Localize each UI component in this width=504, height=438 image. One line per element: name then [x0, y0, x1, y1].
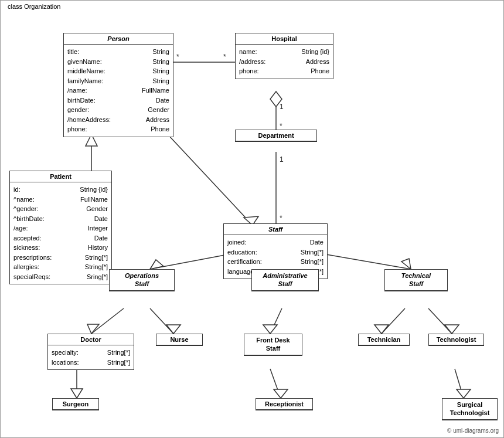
- patient-body: id:String {id} ^name:FullName ^gender:Ge…: [10, 182, 111, 284]
- surgeon-header: Surgeon: [53, 399, 98, 410]
- svg-marker-36: [274, 389, 288, 398]
- svg-line-12: [168, 134, 253, 225]
- department-header: Department: [236, 130, 316, 141]
- surgical-technologist-header: SurgicalTechnologist: [442, 399, 497, 420]
- svg-line-31: [428, 308, 452, 334]
- technologist-class: Technologist: [428, 334, 484, 346]
- svg-text:*: *: [280, 122, 282, 130]
- operations-staff-header: OperationsStaff: [110, 270, 174, 291]
- svg-marker-32: [445, 325, 459, 334]
- surgeon-class: Surgeon: [52, 398, 99, 410]
- svg-text:*: *: [280, 214, 282, 222]
- person-body: title:String givenName:String middleName…: [64, 45, 173, 137]
- technician-header: Technician: [359, 334, 409, 345]
- svg-line-29: [382, 308, 405, 334]
- svg-text:*: *: [176, 53, 179, 61]
- staff-header: Staff: [224, 224, 327, 235]
- svg-marker-24: [87, 324, 99, 334]
- technician-class: Technician: [358, 334, 410, 346]
- svg-marker-26: [166, 325, 181, 334]
- patient-header: Patient: [10, 171, 111, 182]
- hospital-header: Hospital: [236, 33, 333, 45]
- nurse-class: Nurse: [156, 334, 203, 346]
- surgical-technologist-class: SurgicalTechnologist: [442, 398, 498, 420]
- operations-staff-class: OperationsStaff: [109, 269, 175, 291]
- technical-staff-class: TechnicalStaff: [384, 269, 448, 291]
- hospital-body: name:String {id} /address:Address phone:…: [236, 45, 333, 79]
- person-class: Person title:String givenName:String mid…: [63, 33, 173, 137]
- svg-line-23: [91, 308, 124, 334]
- technologist-header: Technologist: [429, 334, 483, 345]
- patient-class: Patient id:String {id} ^name:FullName ^g…: [9, 171, 112, 284]
- svg-text:1: 1: [280, 103, 284, 111]
- front-desk-staff-header: Front DeskStaff: [244, 334, 302, 355]
- svg-marker-30: [374, 325, 389, 334]
- administrative-staff-class: AdministrativeStaff: [251, 269, 319, 291]
- copyright: © uml-diagrams.org: [447, 427, 499, 434]
- svg-line-25: [150, 308, 173, 334]
- hospital-class: Hospital name:String {id} /address:Addre…: [235, 33, 333, 79]
- svg-marker-19: [401, 259, 411, 269]
- diagram: class Organization * * 1 * 1 *: [0, 0, 504, 438]
- nurse-header: Nurse: [156, 334, 202, 345]
- svg-marker-28: [263, 325, 277, 334]
- svg-marker-4: [270, 91, 282, 107]
- administrative-staff-header: AdministrativeStaff: [252, 270, 318, 291]
- svg-line-35: [270, 369, 281, 398]
- svg-line-37: [455, 369, 464, 398]
- technical-staff-header: TechnicalStaff: [385, 270, 447, 291]
- svg-line-27: [270, 308, 282, 334]
- diagram-title: class Organization: [5, 3, 63, 10]
- svg-marker-38: [457, 389, 471, 398]
- svg-marker-15: [150, 260, 164, 269]
- doctor-body: specialty:String[*] locations:String[*]: [48, 345, 134, 369]
- svg-marker-34: [71, 389, 83, 398]
- doctor-header: Doctor: [48, 334, 134, 345]
- svg-text:1: 1: [280, 155, 284, 164]
- receptionist-class: Receptionist: [256, 398, 313, 410]
- receptionist-header: Receptionist: [256, 399, 312, 410]
- person-header: Person: [64, 33, 173, 45]
- svg-text:*: *: [223, 53, 226, 61]
- doctor-class: Doctor specialty:String[*] locations:Str…: [47, 334, 134, 370]
- department-class: Department: [235, 130, 317, 142]
- front-desk-staff-class: Front DeskStaff: [244, 334, 302, 356]
